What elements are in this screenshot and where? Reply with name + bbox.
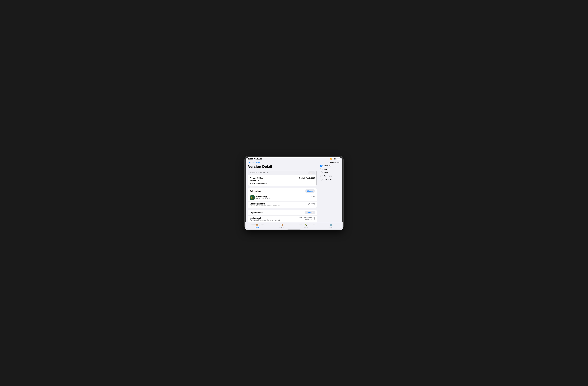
deliverables-choose-button[interactable]: Choose bbox=[305, 189, 315, 193]
dependency-1-badge: (SPM Library Package) bbox=[299, 217, 315, 219]
tab-issues[interactable]: 🐛 Issues bbox=[294, 223, 319, 229]
deliverables-section: Deliverables Choose 🐛 Stinkbug.app Stink… bbox=[248, 188, 316, 208]
tab-journal-label: Journal bbox=[280, 226, 284, 228]
radio-documents bbox=[320, 175, 323, 177]
created-value: Feb 2, 2024 bbox=[306, 177, 315, 179]
view-option-builds-label: Builds bbox=[324, 172, 328, 173]
dependencies-choose-button[interactable]: Choose bbox=[305, 211, 315, 214]
project-value: Stinkbug bbox=[256, 177, 263, 179]
back-chevron-icon: ‹ bbox=[248, 161, 249, 163]
dependency-1-subtitle: Full-featured Markdown display component bbox=[250, 219, 280, 221]
deliverable-2-subtitle: Section of aurbach.com devoted to Stinkb… bbox=[250, 205, 280, 207]
created-label: Created: bbox=[298, 177, 305, 179]
page-title: Version Detail bbox=[248, 164, 316, 170]
deliverables-header: Deliverables Choose bbox=[248, 188, 316, 194]
project-label: Project: bbox=[250, 177, 256, 179]
version-row: Version 1.0 bbox=[250, 180, 267, 182]
view-option-documents[interactable]: Documents bbox=[320, 175, 340, 177]
edit-button[interactable]: EDIT bbox=[308, 171, 315, 174]
version-info-header: VERSION INFORMATION EDIT bbox=[248, 170, 316, 175]
status-label: Status: bbox=[250, 183, 255, 184]
back-nav-label: Project Detail bbox=[249, 161, 260, 163]
view-option-summary-label: Summary bbox=[324, 165, 331, 167]
tab-journal[interactable]: 📋 Journal bbox=[269, 223, 294, 229]
deliverable-2-badge: (Website) bbox=[308, 203, 315, 204]
wifi-icon: 📶 bbox=[330, 158, 332, 160]
status-time: 3:26 PM bbox=[248, 158, 253, 160]
battery-pct: 100% bbox=[333, 158, 336, 160]
version-info-body: Project: Stinkbug Version 1.0 Status: In… bbox=[248, 175, 316, 186]
radio-todolist bbox=[320, 168, 323, 170]
status-center-dots bbox=[295, 159, 297, 159]
deliverables-title: Deliverables bbox=[250, 190, 261, 192]
list-item: 🐛 Stinkbug.app Stinkbug application (App… bbox=[248, 194, 316, 202]
view-option-documents-label: Documents bbox=[324, 175, 332, 177]
view-option-fieldtesters[interactable]: Field Testers bbox=[320, 178, 340, 181]
back-navigation[interactable]: ‹ Project Detail bbox=[248, 160, 316, 164]
deliverable-1-title: Stinkbug.app bbox=[256, 195, 270, 198]
status-value: Internal Testing bbox=[256, 183, 267, 184]
version-value: 1.0 bbox=[256, 180, 259, 182]
radio-builds bbox=[320, 171, 323, 174]
view-option-fieldtesters-label: Field Testers bbox=[324, 178, 333, 180]
version-info-card: VERSION INFORMATION EDIT Project: Stinkb… bbox=[248, 170, 316, 186]
project-row: Project: Stinkbug bbox=[250, 177, 267, 179]
tab-issues-label: Issues bbox=[305, 226, 308, 228]
status-date: Thu Feb 22 bbox=[254, 158, 262, 160]
view-option-summary[interactable]: Summary ✓ bbox=[320, 165, 340, 167]
battery-icon bbox=[337, 158, 340, 160]
tab-projects[interactable]: 📥 Projects bbox=[246, 223, 269, 229]
version-info-section-title: VERSION INFORMATION bbox=[250, 172, 268, 174]
tab-more[interactable]: ⚙️ More bbox=[319, 223, 342, 229]
dependencies-header: Dependencies Choose bbox=[248, 210, 316, 216]
tab-bar: 📥 Projects 📋 Journal 🐛 Issues ⚙️ More bbox=[246, 222, 342, 229]
deliverable-1-badge: (App) bbox=[311, 195, 315, 197]
more-icon: ⚙️ bbox=[330, 223, 332, 226]
tab-projects-label: Projects bbox=[255, 226, 259, 228]
status-right: 📶 100% bbox=[330, 158, 340, 160]
stinkbug-app-icon: 🐛 bbox=[250, 195, 254, 200]
deliverable-1-subtitle: Stinkbug application bbox=[256, 198, 270, 199]
version-label: Version bbox=[250, 180, 256, 182]
dependency-1-version: version: 2.3.0 bbox=[305, 219, 315, 221]
view-option-todolist-label: Todo List bbox=[324, 168, 330, 170]
view-options-panel: View Options Summary ✓ Todo List Builds bbox=[319, 160, 342, 229]
status-bar: 3:26 PM Thu Feb 22 📶 100% bbox=[246, 157, 342, 160]
tab-more-label: More bbox=[330, 226, 333, 228]
list-item: MarkdownUI Full-featured Markdown displa… bbox=[248, 216, 316, 222]
issues-icon: 🐛 bbox=[305, 223, 308, 226]
view-option-todolist[interactable]: Todo List bbox=[320, 168, 340, 170]
radio-fieldtesters bbox=[320, 178, 323, 181]
journal-icon: 📋 bbox=[280, 223, 283, 226]
projects-icon: 📥 bbox=[256, 223, 258, 226]
dependencies-title: Dependencies bbox=[250, 211, 263, 214]
view-options-title: View Options bbox=[320, 162, 340, 163]
dependency-1-title: MarkdownUI bbox=[250, 217, 280, 219]
status-row: Status: Internal Testing bbox=[250, 183, 267, 184]
created-row: Created: Feb 2, 2024 bbox=[298, 177, 315, 184]
radio-summary: ✓ bbox=[320, 165, 323, 167]
view-option-builds[interactable]: Builds bbox=[320, 171, 340, 174]
deliverable-2-title: Stinkbug Website bbox=[250, 203, 280, 205]
list-item: Stinkbug Website Section of aurbach.com … bbox=[248, 202, 316, 208]
